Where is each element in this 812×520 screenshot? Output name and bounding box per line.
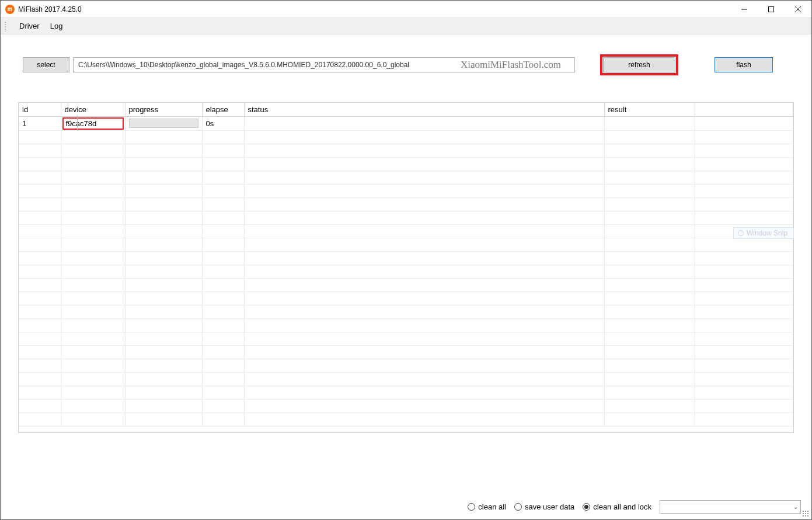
maximize-icon — [768, 6, 774, 12]
resize-grip[interactable] — [802, 510, 809, 517]
option-label: save user data — [525, 502, 574, 511]
col-extra-header — [695, 103, 793, 116]
menu-bar: Driver Log — [1, 18, 811, 34]
table-row — [19, 292, 793, 305]
option-clean-all[interactable]: clean all — [468, 502, 506, 511]
maximize-button[interactable] — [758, 1, 785, 18]
table-header-row: id device progress elapse status result — [19, 103, 793, 116]
table-row — [19, 399, 793, 412]
radio-icon — [583, 503, 590, 511]
cell-progress — [125, 116, 202, 130]
menu-log[interactable]: Log — [50, 22, 63, 30]
chevron-down-icon: ⌄ — [793, 504, 798, 510]
table-row — [19, 265, 793, 278]
table-row — [19, 211, 793, 224]
radio-icon — [468, 503, 475, 511]
menu-driver[interactable]: Driver — [19, 22, 40, 30]
minimize-icon — [741, 6, 747, 12]
option-label: clean all — [478, 502, 506, 511]
footer-bar: clean all save user data clean all and l… — [1, 497, 811, 517]
table-row — [19, 224, 793, 238]
cell-id: 1 — [19, 116, 61, 130]
minimize-button[interactable] — [731, 1, 758, 18]
col-device-header[interactable]: device — [61, 103, 125, 116]
table-row — [19, 305, 793, 318]
footer-dropdown[interactable]: ⌄ — [660, 500, 801, 514]
svg-rect-1 — [769, 6, 774, 12]
col-status-header[interactable]: status — [244, 103, 604, 116]
table-row — [19, 157, 793, 171]
option-clean-all-and-lock[interactable]: clean all and lock — [583, 502, 651, 511]
title-bar: m MiFlash 2017.4.25.0 — [1, 1, 811, 18]
cell-status — [244, 116, 604, 130]
flash-button[interactable]: flash — [715, 57, 773, 72]
col-elapse-header[interactable]: elapse — [202, 103, 244, 116]
toolbar: select XiaomiMiFlashTool.com refresh fla… — [1, 34, 811, 75]
progress-bar — [129, 119, 198, 128]
app-icon: m — [5, 5, 15, 14]
rom-path-input[interactable] — [73, 57, 575, 72]
cell-result — [604, 116, 695, 130]
device-table: id device progress elapse status result … — [18, 102, 794, 433]
table-row — [19, 386, 793, 399]
table-row — [19, 318, 793, 332]
table-row — [19, 130, 793, 144]
table-row — [19, 144, 793, 157]
table-row — [19, 359, 793, 372]
divider-tick — [77, 115, 78, 130]
table-row — [19, 251, 793, 265]
table-row[interactable]: 1 f9cac78d 0s — [19, 116, 793, 130]
refresh-button[interactable]: refresh — [603, 57, 675, 72]
table-row — [19, 171, 793, 184]
table-row — [19, 332, 793, 345]
option-label: clean all and lock — [593, 502, 651, 511]
table-row — [19, 412, 793, 426]
table-row — [19, 238, 793, 251]
table-row — [19, 197, 793, 211]
radio-icon — [514, 503, 522, 511]
table-row — [19, 278, 793, 292]
table-row — [19, 345, 793, 359]
col-id-header[interactable]: id — [19, 103, 61, 116]
select-button[interactable]: select — [23, 57, 69, 72]
table-row — [19, 372, 793, 386]
refresh-highlight-box: refresh — [600, 54, 678, 75]
col-result-header[interactable]: result — [604, 103, 695, 116]
option-save-user-data[interactable]: save user data — [514, 502, 574, 511]
cell-elapse: 0s — [202, 116, 244, 130]
window-snip-overlay: Window Snip — [733, 227, 794, 239]
table-row — [19, 184, 793, 197]
device-highlight: f9cac78d — [62, 117, 124, 130]
col-progress-header[interactable]: progress — [125, 103, 202, 116]
window-title: MiFlash 2017.4.25.0 — [18, 5, 82, 13]
close-icon — [795, 6, 801, 12]
cell-device: f9cac78d — [61, 116, 125, 130]
close-button[interactable] — [785, 1, 811, 18]
